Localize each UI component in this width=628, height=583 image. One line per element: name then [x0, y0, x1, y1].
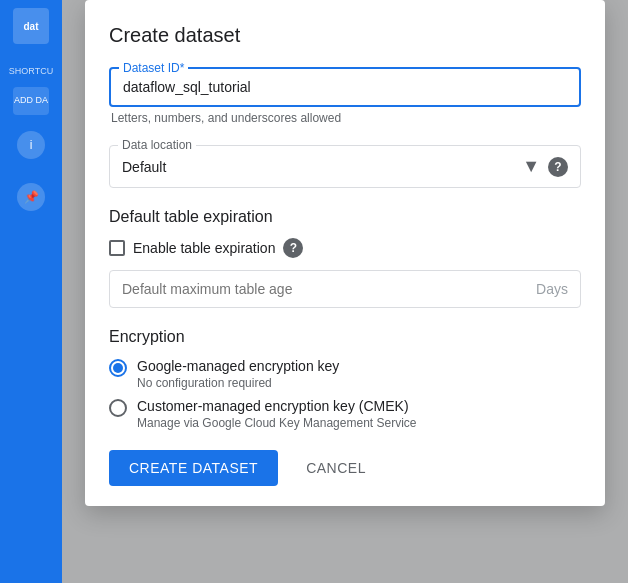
google-managed-sub: No configuration required: [137, 376, 339, 390]
cmek-label: Customer-managed encryption key (CMEK): [137, 398, 417, 414]
table-age-input[interactable]: [122, 281, 528, 297]
cmek-radio-row: Customer-managed encryption key (CMEK) M…: [109, 398, 581, 430]
dataset-id-field-group: Dataset ID* Letters, numbers, and unders…: [109, 67, 581, 125]
dataset-id-label-text: Dataset ID: [123, 61, 180, 75]
dataset-id-input[interactable]: [123, 79, 567, 95]
create-dataset-button[interactable]: CREATE DATASET: [109, 450, 278, 486]
sidebar-shortcut-section: SHORTCU: [0, 60, 62, 83]
data-location-help-icon[interactable]: ?: [548, 157, 568, 177]
sidebar-info-icon: i: [17, 131, 45, 159]
dataset-id-required: *: [180, 61, 185, 75]
cmek-text: Customer-managed encryption key (CMEK) M…: [137, 398, 417, 430]
cancel-button[interactable]: CANCEL: [290, 450, 382, 486]
table-age-unit: Days: [536, 281, 568, 297]
encryption-radio-group: Google-managed encryption key No configu…: [109, 358, 581, 430]
encryption-heading: Encryption: [109, 328, 581, 346]
table-expiration-section: Default table expiration Enable table ex…: [109, 208, 581, 308]
sidebar-pin-icon: 📌: [17, 183, 45, 211]
cmek-sub: Manage via Google Cloud Key Management S…: [137, 416, 417, 430]
data-location-select[interactable]: Data location Default ▼ ?: [109, 145, 581, 188]
google-managed-radio[interactable]: [109, 359, 127, 377]
sidebar-add-label: ADD DA: [14, 95, 48, 106]
sidebar-add-button[interactable]: ADD DA: [13, 87, 49, 115]
dropdown-arrow-icon: ▼: [522, 156, 540, 177]
sidebar-logo: dat: [13, 8, 49, 44]
app-backdrop: dat SHORTCU ADD DA i 📌 Create dataset: [0, 0, 628, 583]
dataset-id-hint: Letters, numbers, and underscores allowe…: [109, 111, 581, 125]
create-dataset-dialog: Create dataset Dataset ID* Letters, numb…: [85, 0, 605, 506]
data-location-label: Data location: [118, 138, 196, 152]
encryption-section: Encryption Google-managed encryption key…: [109, 328, 581, 430]
table-expiration-heading: Default table expiration: [109, 208, 581, 226]
dataset-id-label: Dataset ID*: [119, 61, 188, 75]
expiration-help-icon[interactable]: ?: [283, 238, 303, 258]
cmek-radio[interactable]: [109, 399, 127, 417]
enable-expiration-label: Enable table expiration: [133, 240, 275, 256]
dialog-footer: CREATE DATASET CANCEL: [109, 450, 581, 486]
select-icons: ▼ ?: [522, 156, 568, 177]
google-managed-label: Google-managed encryption key: [137, 358, 339, 374]
data-location-value: Default: [122, 159, 166, 175]
enable-expiration-checkbox[interactable]: [109, 240, 125, 256]
data-location-row: Default ▼ ?: [122, 156, 568, 177]
dialog-title: Create dataset: [109, 24, 581, 47]
data-location-field-group: Data location Default ▼ ?: [109, 145, 581, 188]
dataset-id-input-container: Dataset ID*: [109, 67, 581, 107]
enable-expiration-row: Enable table expiration ?: [109, 238, 581, 258]
google-managed-radio-row: Google-managed encryption key No configu…: [109, 358, 581, 390]
modal-overlay: Create dataset Dataset ID* Letters, numb…: [62, 0, 628, 583]
sidebar-pin-area: 📌: [17, 179, 45, 215]
sidebar-shortcut-label: SHORTCU: [5, 64, 57, 79]
sidebar-logo-text: dat: [24, 21, 39, 32]
google-managed-text: Google-managed encryption key No configu…: [137, 358, 339, 390]
main-area: Create dataset Dataset ID* Letters, numb…: [62, 0, 628, 583]
sidebar-info-circle[interactable]: i: [17, 127, 45, 163]
sidebar: dat SHORTCU ADD DA i 📌: [0, 0, 62, 583]
table-age-input-container: Days: [109, 270, 581, 308]
